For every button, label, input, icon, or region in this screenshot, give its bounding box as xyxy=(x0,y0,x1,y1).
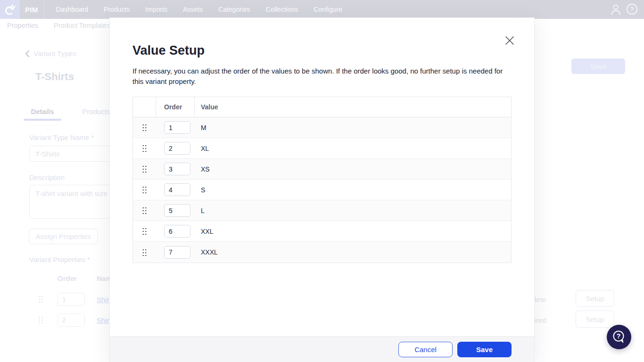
nav-item-assets[interactable]: Assets xyxy=(183,6,203,13)
nav-item-categories[interactable]: Categories xyxy=(218,6,250,13)
assign-properties-button[interactable]: Assign Properties xyxy=(29,229,98,244)
order-input[interactable] xyxy=(164,183,190,196)
property-link[interactable]: Shirt xyxy=(97,316,111,324)
save-button[interactable]: Save xyxy=(457,342,512,357)
bg-order-input[interactable] xyxy=(58,293,85,306)
order-input[interactable] xyxy=(164,163,190,175)
value-row: XL xyxy=(133,138,511,159)
help-bubble-icon: ? xyxy=(611,329,627,345)
bg-order-input[interactable] xyxy=(58,313,85,327)
drag-handle-icon[interactable] xyxy=(38,295,43,303)
order-input[interactable] xyxy=(164,225,190,238)
nav-item-imports[interactable]: Imports xyxy=(145,6,167,13)
value-column-header: Value xyxy=(195,97,511,117)
tab-details[interactable]: Details xyxy=(24,107,61,115)
close-icon xyxy=(504,35,515,46)
help-icon[interactable]: ? xyxy=(626,3,638,15)
drag-handle-icon[interactable] xyxy=(142,186,147,194)
drag-handle-icon[interactable] xyxy=(142,165,147,173)
brand-logo[interactable] xyxy=(0,0,20,19)
modal-close-button[interactable] xyxy=(504,35,515,46)
drag-handle-icon[interactable] xyxy=(142,144,147,152)
value-row: XXL xyxy=(133,221,511,242)
property-link[interactable]: Shirt xyxy=(97,296,111,304)
order-input[interactable] xyxy=(164,204,190,217)
svg-text:?: ? xyxy=(630,6,634,13)
value-label: XXL xyxy=(201,228,213,235)
modal-footer: Cancel Save xyxy=(110,336,534,362)
page-save-button[interactable]: Save xyxy=(571,58,625,74)
back-chevron-icon xyxy=(25,50,30,58)
variant-type-name-label: Variant Type Name * xyxy=(29,133,94,141)
order-input[interactable] xyxy=(164,246,190,259)
top-navbar: PIM Dashboard Products Imports Assets Ca… xyxy=(0,0,644,19)
order-column-header: Order xyxy=(156,97,195,117)
value-label: S xyxy=(201,186,205,194)
handle-column-header xyxy=(133,97,156,117)
drag-handle-icon[interactable] xyxy=(142,248,147,256)
modal-description: If necessary, you can adjust the order o… xyxy=(132,66,506,86)
navbar-menu: Dashboard Products Imports Assets Catego… xyxy=(56,6,342,13)
order-input[interactable] xyxy=(164,121,190,134)
cancel-button[interactable]: Cancel xyxy=(398,342,453,357)
page-title: T-Shirts xyxy=(35,71,74,83)
nav-item-products[interactable]: Products xyxy=(104,6,130,13)
breadcrumb[interactable]: Variant Types xyxy=(25,49,76,58)
brand-logo-icon xyxy=(4,3,16,16)
value-table-body: M XL XS S L xyxy=(133,117,511,263)
value-row: M xyxy=(133,117,511,138)
value-table-header: Order Value xyxy=(133,97,511,117)
value-label: M xyxy=(201,124,206,132)
modal-title: Value Setup xyxy=(132,43,205,58)
tab-products[interactable]: Products xyxy=(77,107,115,115)
nav-item-configure[interactable]: Configure xyxy=(314,6,342,13)
secondary-nav: Properties Product Templates xyxy=(7,22,110,29)
setup-button[interactable]: Setup xyxy=(576,290,614,307)
value-row: XXXL xyxy=(133,242,511,263)
svg-text:?: ? xyxy=(617,332,621,340)
drag-handle-icon[interactable] xyxy=(142,206,147,214)
user-icon[interactable] xyxy=(610,3,622,16)
value-label: L xyxy=(201,207,205,214)
subnav-item-product-templates[interactable]: Product Templates xyxy=(54,22,110,29)
setup-button[interactable]: Setup xyxy=(576,311,614,328)
value-table: Order Value M XL XS S xyxy=(132,97,512,263)
value-label: XS xyxy=(201,165,210,173)
drag-handle-icon[interactable] xyxy=(142,227,147,235)
drag-handle-icon[interactable] xyxy=(38,316,43,324)
description-label: Description xyxy=(29,173,65,181)
bg-order-header: Order xyxy=(58,274,77,282)
value-label: XL xyxy=(201,145,209,152)
value-row: XS xyxy=(133,159,511,180)
help-fab-button[interactable]: ? xyxy=(607,325,631,349)
breadcrumb-label: Variant Types xyxy=(33,49,76,58)
variant-properties-label: Variant Properties * xyxy=(29,255,90,263)
nav-item-dashboard[interactable]: Dashboard xyxy=(56,6,89,13)
value-label: XXXL xyxy=(201,248,218,256)
nav-item-collections[interactable]: Collections xyxy=(266,6,298,13)
value-row: L xyxy=(133,200,511,221)
subnav-item-properties[interactable]: Properties xyxy=(7,22,38,29)
drag-handle-icon[interactable] xyxy=(142,123,147,132)
brand-name: PIM xyxy=(25,6,38,14)
value-setup-modal: Value Setup If necessary, you can adjust… xyxy=(110,18,534,362)
value-row: S xyxy=(133,180,511,200)
navbar-divider xyxy=(44,0,44,19)
active-tab-indicator xyxy=(24,119,61,121)
order-input[interactable] xyxy=(164,142,190,155)
